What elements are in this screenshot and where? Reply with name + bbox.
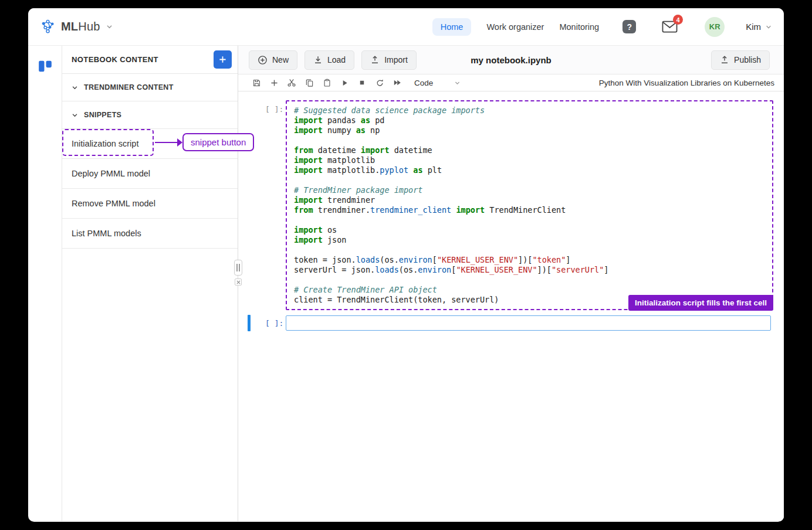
annotation-arrow-head (177, 138, 182, 147)
new-button[interactable]: New (249, 50, 297, 70)
notifications-button[interactable]: 4 (662, 20, 678, 33)
section-label: SNIPPETS (84, 111, 121, 119)
publish-button[interactable]: Publish (711, 50, 770, 70)
import-button[interactable]: Import (361, 50, 417, 70)
app-window: MLHub Home Work organizer Monitoring ? 4… (28, 8, 784, 522)
download-icon (313, 55, 323, 64)
code-token: import (361, 145, 390, 155)
sidebar-item-list-pmml-models[interactable]: List PMML models (62, 219, 238, 249)
code-line: serverUrl = json.loads(os.environ["KERNE… (294, 265, 772, 275)
code-token: "serverUrl" (552, 265, 604, 274)
app-header: MLHub Home Work organizer Monitoring ? 4… (28, 8, 784, 46)
code-token: loads (375, 265, 399, 274)
code-line: import matplotlib (294, 155, 772, 165)
code-line: import numpy as np (294, 125, 772, 135)
code-line: import trendminer (294, 195, 772, 205)
save-icon[interactable] (248, 79, 265, 87)
code-token: "KERNEL_USER_ENV" (456, 265, 537, 274)
code-token: "KERNEL_USER_ENV" (437, 255, 518, 264)
code-line: import matplotlib.pyplot as plt (294, 165, 772, 175)
code-token: import (294, 225, 323, 235)
code-token: as (361, 115, 370, 125)
code-token: token = json. (294, 255, 356, 264)
help-icon[interactable]: ? (622, 20, 636, 33)
sidebar-section-trendminer-content[interactable]: TRENDMINER CONTENT (62, 74, 238, 101)
code-token: import (294, 125, 323, 135)
selected-cell-bar (248, 315, 251, 331)
annotation-first-cell-label: Initialization script fills the first ce… (628, 295, 773, 311)
code-token: pd (370, 115, 384, 125)
stop-icon[interactable] (353, 79, 371, 87)
workspace-panels-icon[interactable] (38, 59, 53, 74)
code-token: TrendMinerClient (485, 205, 566, 215)
sidebar-item-deploy-pmml-model[interactable]: Deploy PMML model (62, 159, 238, 189)
code-token: # Create TrendMiner API object (294, 285, 437, 294)
panel-resize-handle[interactable] (234, 260, 242, 276)
sidebar-section-snippets[interactable]: SNIPPETS (62, 101, 238, 129)
panel-collapse-icon[interactable] (235, 278, 242, 286)
nav-home[interactable]: Home (432, 18, 472, 36)
notebook-toolbar: Code Python With Visualization Libraries… (238, 74, 784, 91)
code-line: # Create TrendMiner API object (294, 285, 772, 295)
code-token: pandas (323, 115, 361, 125)
code-token: ] (604, 265, 608, 274)
sidebar-header: NOTEBOOK CONTENT (62, 46, 238, 74)
code-token: as (356, 125, 366, 135)
nav-work-organizer[interactable]: Work organizer (486, 22, 544, 32)
code-cell-2: [ ]: (238, 315, 784, 331)
cell-type-value: Code (414, 79, 433, 87)
code-cell-editor[interactable]: # Suggested data science package imports… (286, 100, 773, 310)
code-token: import (294, 155, 323, 165)
code-token: import (294, 235, 323, 244)
notebook-canvas: [ ]: # Suggested data science package im… (238, 91, 784, 521)
cut-icon[interactable] (283, 78, 300, 87)
code-line: token = json.loads(os.environ["KERNEL_US… (294, 255, 772, 265)
code-token: # Suggested data science package imports (294, 106, 485, 115)
code-line (294, 245, 772, 255)
code-token: from (294, 145, 313, 155)
cell-type-select[interactable]: Code (414, 79, 461, 87)
avatar[interactable]: KR (705, 17, 725, 37)
restart-kernel-icon[interactable] (371, 79, 388, 87)
code-line (294, 135, 772, 145)
mlhub-logo[interactable]: MLHub (40, 19, 113, 35)
code-token: trendminer (323, 195, 375, 205)
code-token: "token" (532, 255, 566, 264)
user-chevron-down-icon (765, 23, 772, 30)
code-token: import (456, 205, 485, 215)
load-button[interactable]: Load (304, 50, 354, 70)
code-line: # Suggested data science package imports (294, 106, 772, 115)
user-menu[interactable]: Kim (746, 22, 772, 32)
chevron-down-icon (72, 112, 78, 118)
sidebar-item-remove-pmml-model[interactable]: Remove PMML model (62, 189, 238, 219)
copy-icon[interactable] (300, 79, 318, 87)
code-line (294, 215, 772, 225)
add-content-button[interactable] (214, 50, 232, 69)
run-all-icon[interactable] (388, 78, 406, 87)
code-line: import pandas as pd (294, 115, 772, 125)
code-token: ])[ (537, 265, 552, 274)
notebook-actionbar: my notebook.ipynb New Load (238, 46, 784, 74)
code-line: # TrendMiner package import (294, 185, 772, 195)
run-icon[interactable] (336, 79, 353, 87)
code-token: (os. (380, 255, 399, 264)
top-navigation: Home Work organizer Monitoring ? 4 KR Ki… (432, 17, 772, 37)
chevron-down-icon (72, 84, 78, 91)
code-token: # TrendMiner package import (294, 185, 422, 195)
empty-code-cell-input[interactable] (286, 315, 771, 331)
code-token: trendminer_client (370, 205, 451, 215)
code-line: from trendminer.trendminer_client import… (294, 205, 772, 215)
code-token: (os. (399, 265, 418, 274)
paste-icon[interactable] (318, 79, 336, 87)
code-token: as (413, 165, 422, 175)
code-token: pyplot (380, 165, 408, 175)
add-cell-icon[interactable] (265, 79, 283, 87)
code-token: matplotlib. (323, 165, 380, 175)
code-line (294, 275, 772, 285)
select-chevron-down-icon (454, 80, 461, 86)
code-token: ])[ (518, 255, 532, 264)
nav-monitoring[interactable]: Monitoring (559, 22, 599, 32)
code-token: datetime (313, 145, 361, 155)
cell-prompt: [ ]: (265, 319, 286, 328)
logo-chevron-down-icon[interactable] (106, 23, 113, 30)
